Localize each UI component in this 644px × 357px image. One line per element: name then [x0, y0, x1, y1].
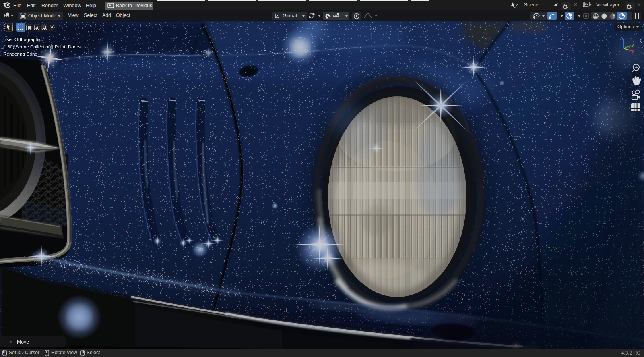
svg-text:y: y — [632, 43, 634, 47]
svg-text:z: z — [622, 35, 624, 40]
svg-text:x: x — [632, 49, 634, 54]
